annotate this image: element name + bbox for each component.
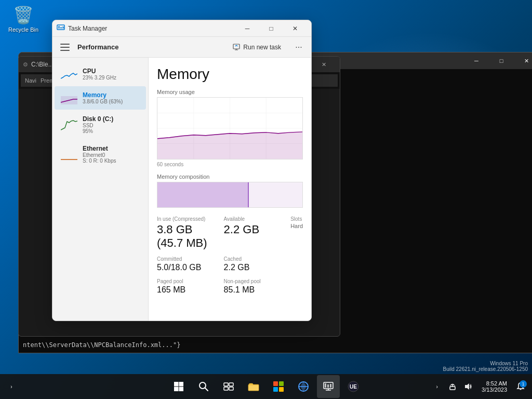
svg-rect-39 — [327, 384, 329, 388]
cached-value: 2.2 GB — [224, 263, 283, 272]
search-button[interactable] — [192, 375, 215, 398]
ue-title: C:\Ble... — [31, 61, 54, 68]
volume-icon[interactable] — [461, 379, 475, 394]
terminal-maximize-btn[interactable]: □ — [489, 52, 513, 69]
svg-rect-21 — [179, 382, 184, 387]
terminal-win-controls: ─ □ ✕ — [464, 52, 532, 69]
terminal-bottom-text: ntent\\ServerData\\NPCBalanceInfo.xml...… — [23, 341, 180, 349]
svg-rect-5 — [60, 47, 70, 48]
cpu-name: CPU — [83, 68, 140, 75]
svg-rect-40 — [330, 384, 331, 388]
empty-cell-2 — [290, 278, 303, 295]
svg-rect-30 — [248, 385, 259, 391]
network-icon[interactable] — [445, 379, 460, 394]
file-explorer-button[interactable] — [242, 375, 265, 398]
in-use-value: 3.8 GB (45.7 MB) — [157, 223, 216, 250]
svg-rect-2 — [60, 27, 62, 29]
svg-rect-29 — [229, 387, 233, 390]
disk-sidebar-text: Disk 0 (C:) SSD 95% — [83, 115, 140, 134]
memory-graph-mini — [61, 92, 77, 104]
notification-center-btn[interactable]: 1 — [513, 379, 528, 394]
ue-icon: ⚙ — [23, 61, 28, 68]
non-paged-pool-value: 85.1 MB — [224, 285, 283, 295]
svg-rect-3 — [62, 26, 64, 29]
memory-sub: 3.8/6.0 GB (63%) — [83, 99, 140, 104]
recycle-bin-icon[interactable]: 🗑️ Recycle Bin — [3, 3, 44, 35]
sidebar-item-cpu[interactable]: CPU 23% 3.29 GHz — [55, 62, 146, 86]
memory-usage-chart — [157, 97, 303, 159]
task-view-button[interactable] — [217, 375, 240, 398]
tm-performance-label: Performance — [77, 43, 223, 51]
paged-pool-stat: Paged pool 165 MB — [157, 278, 216, 295]
taskbar-chevron-btn[interactable]: › — [4, 379, 19, 394]
ethernet-sidebar-text: Ethernet Ethernet0 S: 0 R: 0 Kbps — [83, 145, 140, 164]
tm-body: CPU 23% 3.29 GHz Memory 3.8/6.0 GB ( — [52, 58, 311, 321]
run-task-icon — [233, 44, 240, 51]
sidebar-item-disk[interactable]: Disk 0 (C:) SSD 95% — [55, 110, 146, 139]
tray-chevron[interactable]: › — [430, 379, 444, 394]
svg-rect-32 — [279, 381, 284, 386]
terminal-close-btn[interactable]: ✕ — [514, 52, 532, 69]
browser-button[interactable] — [292, 375, 315, 398]
ethernet-sub1: Ethernet0 — [83, 152, 140, 158]
disk-name: Disk 0 (C:) — [83, 115, 140, 123]
svg-rect-38 — [325, 383, 326, 388]
tm-toolbar: Performance Run new task ··· — [52, 37, 311, 58]
ue-nav-item-navi[interactable]: Navi — [25, 77, 36, 84]
memory-comp-bar — [157, 182, 249, 207]
sidebar-item-memory[interactable]: Memory 3.8/6.0 GB (63%) — [55, 86, 146, 110]
taskbar-time: 8:52 AM — [486, 380, 507, 387]
run-new-task-label: Run new task — [243, 44, 281, 51]
start-button[interactable] — [167, 375, 190, 398]
tm-run-new-task-btn[interactable]: Run new task — [228, 42, 286, 53]
available-value: 2.2 GB — [224, 223, 283, 236]
non-paged-pool-label: Non-paged pool — [224, 278, 283, 284]
cpu-sub: 23% 3.29 GHz — [83, 75, 140, 81]
memory-composition-chart — [157, 182, 303, 208]
tm-more-options-btn[interactable]: ··· — [290, 39, 307, 56]
committed-value: 5.0/18.0 GB — [157, 263, 216, 272]
taskbar-clock[interactable]: 8:52 AM 3/13/2023 — [477, 380, 511, 393]
tm-hamburger-menu[interactable] — [57, 39, 73, 56]
cached-stat: Cached 2.2 GB — [224, 256, 283, 272]
svg-line-11 — [236, 45, 237, 46]
taskbar-right: › 8:52 — [430, 379, 532, 394]
available-stat: Available 2.2 GB — [224, 216, 283, 250]
cached-label: Cached — [224, 256, 283, 262]
task-manager-title-icon — [57, 24, 65, 33]
svg-rect-27 — [229, 383, 233, 386]
ue-icon: UE — [348, 381, 359, 392]
recycle-bin-image: 🗑️ — [13, 5, 34, 25]
desktop: 🗑️ Recycle Bin 02.NO... ─ □ ✕ {"time" Co… — [0, 0, 532, 399]
system-tray: › — [430, 379, 475, 394]
tm-titlebar: Task Manager ─ □ ✕ — [52, 20, 311, 37]
memory-usage-label: Memory usage — [157, 89, 303, 95]
ms-store-button[interactable] — [267, 375, 290, 398]
cpu-sidebar-text: CPU 23% 3.29 GHz — [83, 68, 140, 81]
task-manager-taskbar-btn[interactable] — [317, 375, 340, 398]
svg-rect-20 — [174, 382, 179, 387]
store-icon — [273, 381, 284, 392]
svg-rect-1 — [58, 26, 60, 29]
taskbar-date: 3/13/2023 — [482, 387, 507, 393]
search-icon — [198, 381, 209, 392]
chart-time-label: 60 seconds — [157, 162, 303, 167]
tm-minimize-btn[interactable]: ─ — [235, 20, 259, 37]
tm-close-btn[interactable]: ✕ — [283, 20, 307, 37]
svg-rect-23 — [179, 387, 184, 392]
terminal-minimize-btn[interactable]: ─ — [464, 52, 488, 69]
non-paged-pool-stat: Non-paged pool 85.1 MB — [224, 278, 283, 295]
disk-graph-mini — [61, 118, 77, 131]
taskbar-left: › — [0, 379, 19, 394]
taskbar-center: UE — [167, 375, 365, 398]
tm-maximize-btn[interactable]: □ — [259, 20, 283, 37]
ue-close-btn[interactable]: ✕ — [312, 56, 336, 73]
task-manager-window: Task Manager ─ □ ✕ Performance — [52, 20, 312, 321]
notification-badge: 1 — [520, 380, 527, 388]
committed-label: Committed — [157, 256, 216, 262]
ue-taskbar-button[interactable]: UE — [342, 375, 365, 398]
network-tray-icon — [448, 382, 457, 391]
memory-stats-grid: In use (Compressed) 3.8 GB (45.7 MB) Ava… — [157, 216, 303, 295]
svg-rect-31 — [273, 381, 278, 386]
sidebar-item-ethernet[interactable]: Ethernet Ethernet0 S: 0 R: 0 Kbps — [55, 140, 146, 169]
